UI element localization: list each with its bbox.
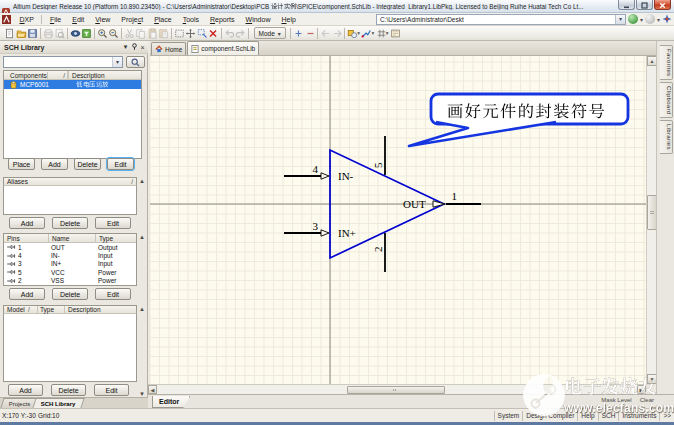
help-button[interactable]: Help <box>577 411 597 421</box>
select-area-icon[interactable] <box>174 27 186 40</box>
browse-eye-icon[interactable] <box>70 27 82 40</box>
model-header[interactable]: Model / Type Description <box>3 305 137 314</box>
sheet-tools-icon[interactable] <box>390 27 402 40</box>
scroll-right-button[interactable]: ▶ <box>637 385 646 394</box>
menu-reports[interactable]: Reports <box>205 15 241 24</box>
tab-editor[interactable]: Editor <box>152 396 190 408</box>
delete-alias-button[interactable]: Delete <box>52 217 88 229</box>
vertical-scrollbar[interactable]: ▲ ▼ <box>646 56 656 384</box>
plus-icon[interactable] <box>293 27 305 40</box>
place-button[interactable]: Place <box>8 158 35 170</box>
aliases-scroll-up-icon[interactable]: ▲ <box>138 178 146 184</box>
print-preview-icon[interactable] <box>54 27 66 40</box>
paste-array-icon[interactable] <box>158 27 170 40</box>
zoom-in-icon[interactable] <box>97 27 109 40</box>
copy-icon[interactable] <box>135 27 147 40</box>
save-icon[interactable] <box>27 27 39 40</box>
forward-icon[interactable] <box>331 27 343 40</box>
pin-row[interactable]: 2 VSS Power <box>4 277 136 285</box>
print-icon[interactable] <box>43 27 55 40</box>
delete-component-button[interactable]: Delete <box>74 158 101 170</box>
document-path-combobox[interactable]: C:\Users\Administrator\Deskt▾ <box>376 14 626 25</box>
new-document-icon[interactable] <box>4 27 16 40</box>
back-nav-icon[interactable] <box>628 14 638 24</box>
wiring-tools-dropdown[interactable]: ▾ <box>372 30 375 36</box>
filter-icon[interactable] <box>81 27 93 40</box>
aliases-list[interactable] <box>3 186 137 215</box>
pin-row[interactable]: 3 IN+ Input <box>4 260 136 268</box>
redo-icon[interactable] <box>235 27 247 40</box>
tab-sch-library[interactable]: SCH Library <box>32 398 84 408</box>
menu-edit[interactable]: Edit <box>67 15 90 24</box>
pins-header[interactable]: Pins Name Type <box>4 234 136 243</box>
tab-component-schlib[interactable]: component.SchLib <box>187 41 259 55</box>
undo-icon[interactable] <box>224 27 236 40</box>
menu-file[interactable]: File <box>44 15 66 24</box>
component-row-selected[interactable]: MCP6001 <box>4 80 141 89</box>
path-dropdown-icon[interactable]: ▾ <box>615 15 625 24</box>
tab-favorites[interactable]: Favorites <box>660 45 673 80</box>
menu-view[interactable]: View <box>90 15 116 24</box>
system-button[interactable]: System <box>494 411 523 421</box>
altium-compass-icon[interactable] <box>662 14 672 25</box>
pin-row[interactable]: 4 IN- Input <box>4 251 136 259</box>
mask-level-label[interactable]: Mask Level <box>601 397 631 403</box>
mode-dropdown-button[interactable]: Mode▾ <box>254 27 286 39</box>
edit-component-button[interactable]: Edit <box>107 158 134 170</box>
menu-tools[interactable]: Tools <box>177 15 204 24</box>
search-button[interactable] <box>126 56 145 68</box>
more-panels-button[interactable]: >> <box>659 411 674 421</box>
aliases-header[interactable]: Aliases/ <box>3 177 137 186</box>
pins-scroll-up-icon[interactable]: ▲ <box>138 234 146 240</box>
pin-row[interactable]: 5 VCC Power <box>4 268 136 276</box>
back-nav-dropdown[interactable]: ▾ <box>640 16 643 23</box>
pin-row[interactable]: 1 OUT Output <box>4 243 136 251</box>
add-pin-button[interactable]: Add <box>9 288 45 300</box>
horizontal-scroll-thumb[interactable] <box>347 386 445 394</box>
menu-project[interactable]: Project <box>116 15 149 24</box>
back-icon[interactable] <box>320 27 332 40</box>
sch-button[interactable]: SCH <box>598 411 619 421</box>
tab-libraries[interactable]: Libraries <box>660 120 673 154</box>
menu-window[interactable]: Window <box>240 15 276 24</box>
grid-tools-dropdown[interactable]: ▾ <box>386 30 389 36</box>
model-list[interactable] <box>3 314 137 382</box>
add-component-button[interactable]: Add <box>41 158 68 170</box>
components-header[interactable]: Components / Description <box>4 71 141 80</box>
maximize-button[interactable] <box>636 0 653 10</box>
zoom-out-icon[interactable] <box>108 27 120 40</box>
menu-place[interactable]: Place <box>149 15 178 24</box>
close-button[interactable] <box>654 0 671 10</box>
move-icon[interactable] <box>185 27 197 40</box>
forward-nav-dropdown[interactable]: ▾ <box>657 16 660 23</box>
panel-close-icon[interactable]: × <box>139 44 148 51</box>
menu-dxp[interactable]: DXP <box>14 15 39 24</box>
selection-zoom-icon[interactable] <box>197 27 209 40</box>
panel-menu-icon[interactable]: ▾ <box>121 43 130 51</box>
edit-pin-button[interactable]: Edit <box>95 288 131 300</box>
edit-model-button[interactable]: Edit <box>94 384 129 396</box>
clear-filter-icon[interactable] <box>208 27 220 40</box>
paste-icon[interactable] <box>147 27 159 40</box>
add-model-button[interactable]: Add <box>8 384 43 396</box>
cut-icon[interactable] <box>124 27 136 40</box>
design-compiler-button[interactable]: Design Compiler <box>522 411 577 421</box>
horizontal-scrollbar[interactable]: ◀ ▶ <box>148 384 646 394</box>
delete-model-button[interactable]: Delete <box>51 384 86 396</box>
tab-home[interactable]: Home <box>151 42 186 55</box>
minus-icon[interactable] <box>304 27 316 40</box>
delete-pin-button[interactable]: Delete <box>52 288 88 300</box>
minimize-button[interactable] <box>618 0 635 10</box>
open-folder-icon[interactable] <box>16 27 28 40</box>
forward-nav-icon[interactable] <box>645 14 655 24</box>
panel-pin-icon[interactable] <box>130 43 139 51</box>
menu-help[interactable]: Help <box>276 15 301 24</box>
model-scroll-up-icon[interactable]: ▲ <box>138 306 146 312</box>
instruments-button[interactable]: Instruments <box>618 411 659 421</box>
drawing-tools-dropdown[interactable]: ▾ <box>357 30 360 36</box>
filter-dropdown-icon[interactable]: ▾ <box>112 57 122 67</box>
add-alias-button[interactable]: Add <box>9 217 45 229</box>
tab-clipboard[interactable]: Clipboard <box>660 82 673 118</box>
scroll-left-button[interactable]: ◀ <box>148 385 157 394</box>
clear-button[interactable]: Clear <box>640 397 654 403</box>
